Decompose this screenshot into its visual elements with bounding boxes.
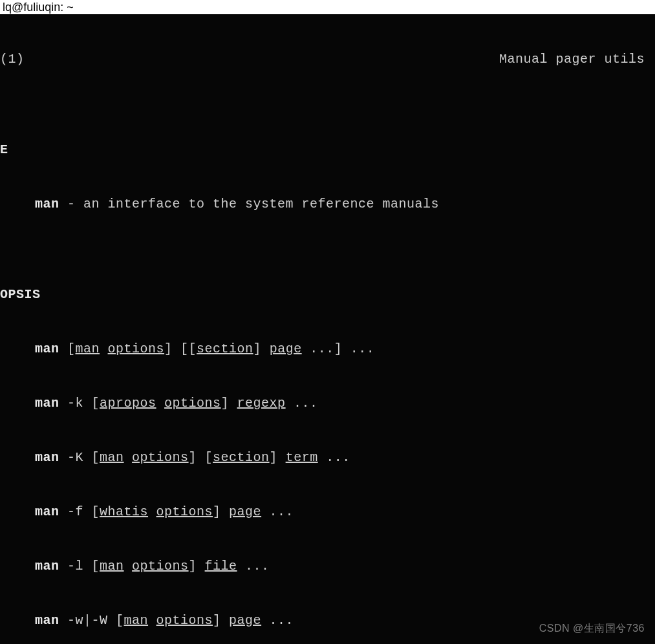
window-titlebar: lq@fuliuqin: ~	[0, 0, 655, 14]
synopsis-line-1: man [man options] [[section] page ...] .…	[0, 340, 655, 358]
manpage-header-left: (1)	[0, 50, 25, 69]
watermark: CSDN @生南国兮736	[539, 619, 645, 638]
window-title: lq@fuliuqin: ~	[3, 1, 74, 14]
name-line: man - an interface to the system referen…	[0, 195, 655, 213]
section-name-heading: E	[0, 141, 655, 159]
cmd-man: man	[35, 197, 59, 211]
synopsis-line-2: man -k [apropos options] regexp ...	[0, 394, 655, 413]
synopsis-line-5: man -l [man options] file ...	[0, 557, 655, 575]
manpage-header: (1) Manual pager utils	[0, 50, 655, 69]
synopsis-line-3: man -K [man options] [section] term ...	[0, 449, 655, 467]
manpage-header-right: Manual pager utils	[499, 50, 655, 69]
section-synopsis-heading: OPSIS	[0, 286, 655, 304]
synopsis-line-4: man -f [whatis options] page ...	[0, 503, 655, 521]
terminal-viewport[interactable]: (1) Manual pager utils E man - an interf…	[0, 14, 655, 644]
